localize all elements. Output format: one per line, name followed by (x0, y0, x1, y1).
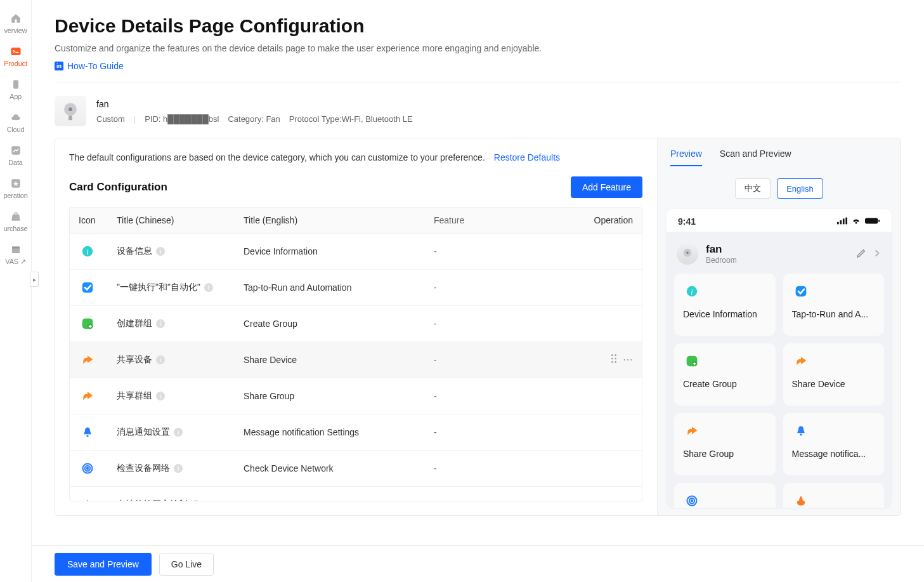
product-name: fan (96, 99, 413, 109)
more-icon[interactable]: ⋯ (623, 354, 633, 366)
table-row[interactable]: 共享群组iShare Group- (70, 378, 642, 414)
preview-card[interactable]: Create Group (674, 343, 776, 406)
svg-text:i: i (691, 288, 693, 296)
row-feature: - (434, 427, 589, 437)
row-title-en: Message notification Settings (244, 427, 434, 437)
star-icon (10, 178, 22, 189)
preview-card[interactable]: Message notifica... (783, 413, 885, 475)
product-custom: Custom (96, 114, 125, 124)
info-chip-icon[interactable]: i (174, 464, 183, 473)
svg-point-17 (615, 358, 616, 360)
lang-cn-button[interactable]: 中文 (735, 178, 771, 199)
go-live-button[interactable]: Go Live (159, 553, 214, 576)
sidebar-item-cloud[interactable]: Cloud (1, 107, 31, 140)
row-title-en: Third-party Control (244, 499, 434, 501)
tab-scan-preview[interactable]: Scan and Preview (720, 149, 791, 166)
howto-guide-link[interactable]: in How-To Guide (55, 61, 124, 71)
svg-rect-27 (845, 218, 847, 225)
preview-card[interactable]: Share Device (783, 343, 885, 406)
info-chip-icon[interactable]: i (156, 319, 165, 328)
page-description: Customize and organize the features on t… (55, 43, 901, 53)
signal-icon (837, 216, 847, 227)
table-row[interactable]: 创建群组iCreate Group- (70, 306, 642, 342)
sidebar-item-label: urchase (4, 225, 28, 232)
sidebar-item-vas[interactable]: VAS ↗ (1, 239, 31, 272)
sidebar-item-verview[interactable]: verview (1, 8, 31, 41)
restore-defaults-link[interactable]: Restore Defaults (494, 152, 560, 162)
svg-point-14 (611, 354, 613, 356)
preview-card[interactable] (783, 483, 885, 508)
sidebar-item-urchase[interactable]: urchase (1, 206, 31, 239)
preview-card-label: Create Group (683, 379, 767, 389)
phone-time: 9:41 (678, 216, 696, 227)
preview-card[interactable]: Share Group (674, 413, 776, 475)
info-chip-icon[interactable]: i (174, 428, 183, 437)
phone-preview: 9:41 (667, 209, 892, 508)
sidebar-item-app[interactable]: App (1, 74, 31, 107)
svg-rect-1 (13, 80, 18, 88)
drag-icon[interactable] (610, 354, 618, 366)
table-row[interactable]: 消息通知设置iMessage notification Settings- (70, 414, 642, 451)
preview-card[interactable]: Tap-to-Run and A... (783, 274, 885, 336)
row-title-en: Create Group (244, 319, 434, 329)
row-feature: - (434, 319, 589, 329)
table-row[interactable]: 共享设备iShare Device-⋯ (70, 342, 642, 378)
group-icon (683, 352, 701, 370)
svg-point-37 (800, 433, 802, 435)
row-title-cn: 共享设备 (117, 354, 152, 366)
row-feature: - (434, 391, 589, 401)
flame-icon (79, 496, 96, 501)
battery-icon (865, 216, 880, 227)
table-row[interactable]: i设备信息iDevice Information- (70, 234, 642, 270)
table-row[interactable]: 支持的第三方控制iThird-party Control- (70, 487, 642, 501)
svg-rect-8 (68, 116, 72, 120)
product-avatar (55, 96, 86, 126)
info-chip-icon[interactable]: i (156, 392, 165, 400)
svg-point-31 (686, 251, 689, 254)
row-feature: - (434, 246, 589, 256)
tab-preview[interactable]: Preview (670, 149, 702, 166)
info-chip-icon[interactable]: i (156, 355, 165, 364)
sidebar-item-product[interactable]: Product (1, 41, 31, 74)
check-icon (792, 282, 810, 300)
row-title-cn: 消息通知设置 (117, 427, 170, 438)
svg-text:i: i (86, 248, 88, 256)
row-title-cn: 设备信息 (117, 246, 152, 257)
svg-point-20 (86, 435, 88, 437)
row-feature: - (434, 499, 589, 501)
sidebar-item-label: Data (8, 159, 22, 166)
preview-card[interactable] (674, 483, 776, 508)
product-pid: PID: h███████bsl (145, 114, 219, 124)
edit-icon[interactable] (856, 248, 866, 260)
row-title-en: Share Group (244, 391, 434, 401)
table-row[interactable]: "一键执行"和"自动化"iTap-to-Run and Automation- (70, 270, 642, 306)
svg-point-15 (615, 354, 616, 356)
bell-icon (79, 423, 96, 441)
sidebar-collapse[interactable]: ▸ (30, 272, 39, 287)
bag-icon (10, 211, 22, 222)
save-preview-button[interactable]: Save and Preview (55, 553, 152, 576)
share-icon (79, 387, 96, 405)
svg-point-40 (691, 500, 693, 502)
row-title-cn: 检查设备网络 (117, 463, 170, 474)
row-title-cn: "一键执行"和"自动化" (117, 282, 200, 293)
sidebar-item-label: verview (4, 27, 27, 34)
th-title-en: Title (English) (244, 215, 434, 225)
row-feature: - (434, 355, 589, 365)
info-chip-icon[interactable]: i (156, 247, 165, 256)
sidebar-item-label: VAS ↗ (5, 258, 25, 266)
info-chip-icon[interactable]: i (192, 500, 200, 501)
lang-en-button[interactable]: English (777, 178, 823, 199)
group-icon (79, 315, 96, 333)
preview-card[interactable]: iDevice Information (674, 274, 776, 336)
product-meta: Custom | PID: h███████bsl Category: Fan … (96, 114, 413, 124)
sidebar-item-peration[interactable]: peration (1, 173, 31, 206)
card-config-title: Card Configuration (69, 181, 167, 194)
chevron-right-icon[interactable] (873, 248, 882, 260)
info-chip-icon[interactable]: i (204, 283, 213, 292)
sidebar-item-data[interactable]: Data (1, 140, 31, 173)
share-icon (79, 351, 96, 369)
chart-icon (10, 145, 22, 156)
add-feature-button[interactable]: Add Feature (571, 176, 642, 198)
table-row[interactable]: 检查设备网络iCheck Device Network- (70, 451, 642, 487)
